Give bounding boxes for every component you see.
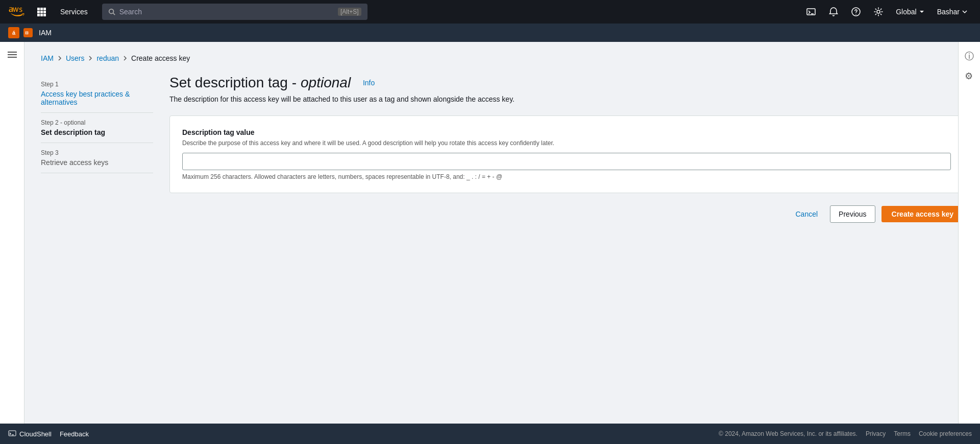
grid-icon-button[interactable]	[33, 5, 50, 18]
top-navigation: Services [Alt+S] Global Bashar	[0, 0, 980, 24]
iam-icon-box: ⊟	[23, 28, 33, 37]
page-content: Step 1 Access key best practices & alter…	[41, 75, 964, 223]
breadcrumb-current: Create access key	[131, 54, 190, 62]
step-2-label: Step 2 - optional	[41, 119, 153, 126]
page-subtitle: The description for this access key will…	[169, 95, 964, 103]
user-menu[interactable]: Bashar	[933, 6, 972, 18]
help-icon-button[interactable]	[847, 5, 865, 19]
search-input[interactable]	[119, 8, 334, 16]
svg-rect-1	[40, 8, 43, 10]
breadcrumb-separator-2	[88, 55, 92, 61]
service-name: á ⊟ IAM	[8, 27, 52, 38]
create-access-key-button[interactable]: Create access key	[881, 206, 964, 222]
svg-rect-4	[40, 11, 43, 13]
bell-icon-button[interactable]	[824, 5, 843, 19]
svg-rect-5	[43, 11, 46, 13]
char-limit-note: Maximum 256 characters. Allowed characte…	[182, 173, 951, 180]
iam-service-icon: á	[8, 27, 19, 38]
sidebar-toggle-button[interactable]	[4, 46, 21, 66]
svg-rect-0	[37, 8, 40, 10]
breadcrumb-reduan[interactable]: reduan	[96, 54, 119, 62]
search-bar: [Alt+S]	[102, 4, 368, 20]
region-selector[interactable]: Global	[892, 6, 928, 18]
breadcrumb-iam[interactable]: IAM	[41, 54, 54, 62]
bell-icon	[828, 7, 839, 17]
hamburger-icon	[8, 50, 17, 59]
nav-icons: Global Bashar	[802, 5, 972, 19]
svg-point-15	[877, 10, 880, 13]
services-button[interactable]: Services	[56, 6, 92, 18]
svg-rect-2	[43, 8, 46, 10]
breadcrumb-users[interactable]: Users	[66, 54, 85, 62]
svg-text:⊟: ⊟	[25, 31, 29, 35]
svg-line-10	[113, 13, 115, 15]
step-3-label: Step 3	[41, 149, 153, 156]
search-shortcut: [Alt+S]	[338, 8, 361, 16]
previous-button[interactable]: Previous	[830, 205, 875, 223]
svg-rect-8	[43, 14, 46, 16]
breadcrumb-separator-1	[58, 55, 62, 61]
action-row: Cancel Previous Create access key	[169, 205, 964, 223]
field-label: Description tag value	[182, 128, 951, 136]
services-label: Services	[60, 8, 88, 16]
right-utility-panel: ⓘ ⚙	[958, 42, 980, 424]
chevron-down-icon	[919, 9, 925, 15]
breadcrumb: IAM Users reduan Create access key	[41, 54, 964, 62]
step-1-item: Step 1 Access key best practices & alter…	[41, 75, 153, 113]
search-icon	[108, 8, 115, 15]
svg-rect-18	[8, 54, 17, 55]
svg-rect-17	[8, 52, 17, 53]
step-3-name: Retrieve access keys	[41, 158, 108, 167]
breadcrumb-separator-3	[123, 55, 127, 61]
settings-utility-icon[interactable]: ⚙	[963, 68, 976, 84]
user-name: Bashar	[937, 8, 960, 16]
page-title-text: Set description tag -	[169, 75, 297, 91]
svg-rect-19	[8, 57, 17, 58]
field-hint: Describe the purpose of this access key …	[182, 139, 951, 147]
description-tag-input[interactable]	[182, 153, 951, 170]
svg-point-14	[855, 14, 856, 15]
settings-icon	[873, 7, 884, 17]
form-area: Set description tag - optional Info The …	[169, 75, 964, 223]
content-wrapper: IAM Users reduan Create access key Step …	[24, 42, 980, 424]
info-link[interactable]: Info	[363, 79, 375, 87]
step-3-item: Step 3 Retrieve access keys	[41, 143, 153, 173]
steps-panel: Step 1 Access key best practices & alter…	[41, 75, 153, 223]
left-sidebar	[0, 42, 24, 424]
main-layout: IAM Users reduan Create access key Step …	[0, 42, 980, 424]
step-2-item: Step 2 - optional Set description tag	[41, 113, 153, 143]
aws-logo[interactable]	[8, 4, 24, 20]
page-title: Set description tag - optional Info	[169, 75, 964, 91]
step-2-name: Set description tag	[41, 128, 105, 136]
svg-rect-6	[37, 14, 40, 16]
region-label: Global	[896, 8, 916, 16]
svg-rect-3	[37, 11, 40, 13]
iam-label: IAM	[39, 29, 52, 37]
terminal-icon	[806, 7, 816, 17]
settings-icon-button[interactable]	[869, 5, 888, 19]
step-1-link[interactable]: Access key best practices & alternatives	[41, 90, 130, 106]
chevron-down-icon-user	[962, 9, 968, 15]
svg-point-9	[109, 9, 113, 14]
page-title-italic: optional	[301, 75, 351, 91]
help-icon	[851, 7, 861, 17]
service-bar: á ⊟ IAM	[0, 24, 980, 42]
step-1-label: Step 1	[41, 81, 153, 88]
cancel-button[interactable]: Cancel	[790, 206, 824, 222]
info-utility-icon[interactable]: ⓘ	[963, 48, 976, 64]
form-card: Description tag value Describe the purpo…	[169, 115, 964, 193]
svg-rect-7	[40, 14, 43, 16]
terminal-icon-button[interactable]	[802, 5, 820, 19]
